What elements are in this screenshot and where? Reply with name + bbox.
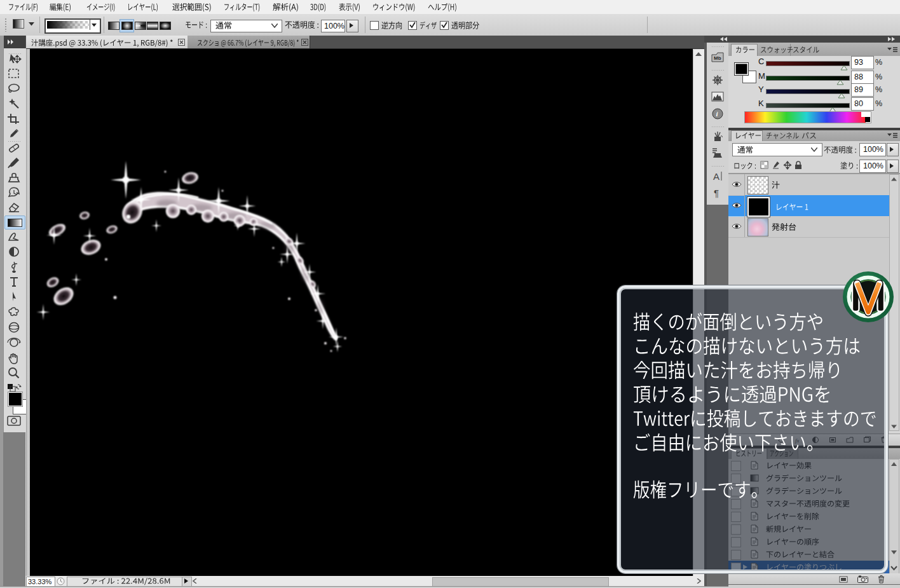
- svg-text:Mb: Mb: [714, 55, 721, 61]
- svg-text:¶: ¶: [714, 188, 719, 198]
- svg-text:A: A: [713, 171, 719, 182]
